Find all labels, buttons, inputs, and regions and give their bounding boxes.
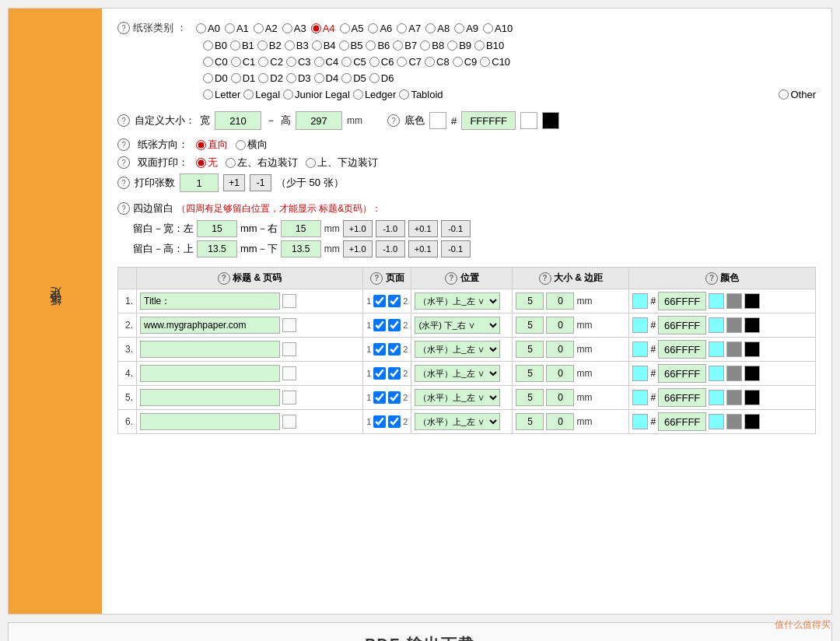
th-pos-help-icon[interactable]: ?	[445, 272, 457, 285]
paper-A4[interactable]: A4	[311, 23, 335, 34]
orientation-help-icon[interactable]: ?	[117, 138, 130, 151]
th-page-help-icon[interactable]: ?	[370, 272, 383, 285]
margin-h-plus01-btn[interactable]: +0.1	[408, 240, 438, 257]
row-size-input-2[interactable]	[516, 317, 544, 334]
page2-check-6[interactable]	[388, 415, 401, 428]
row-size-input-1[interactable]	[516, 292, 544, 310]
paper-A9[interactable]: A9	[454, 23, 478, 34]
page1-check-6[interactable]	[373, 415, 386, 428]
row-color-preview-4[interactable]	[709, 366, 724, 381]
row-title-check-1[interactable]	[282, 294, 296, 308]
paper-C7[interactable]: C7	[397, 56, 422, 68]
row-color-cyan-4[interactable]	[632, 366, 648, 381]
row-color-preview-2[interactable]	[709, 317, 724, 333]
row-color-cyan-5[interactable]	[632, 390, 648, 405]
black-color-swatch[interactable]	[542, 112, 559, 129]
print-count-help-icon[interactable]: ?	[117, 177, 130, 189]
paper-B1[interactable]: B1	[230, 40, 254, 51]
page1-check-2[interactable]	[373, 319, 386, 331]
row-color-cyan-1[interactable]	[632, 293, 648, 309]
paper-C6[interactable]: C6	[369, 56, 394, 68]
paper-C0[interactable]: C0	[203, 56, 228, 68]
row-margin-input-4[interactable]	[546, 365, 574, 382]
paper-A7[interactable]: A7	[397, 23, 421, 34]
paper-B0[interactable]: B0	[203, 40, 227, 51]
paper-A1[interactable]: A1	[225, 23, 249, 34]
th-size-help-icon[interactable]: ?	[539, 272, 551, 285]
position-select-1[interactable]: （水平）上_左 ∨ (水平) 下_右 ∨ (水平) 上_右 ∨ (水平) 下_左…	[415, 292, 500, 310]
row-color-cyan-6[interactable]	[632, 414, 648, 429]
row-color-black-4[interactable]	[744, 366, 760, 381]
row-text-input-1[interactable]	[140, 292, 280, 310]
paper-A10[interactable]: A10	[483, 23, 513, 34]
custom-size-help-icon[interactable]: ?	[117, 114, 130, 127]
row-color-gray-5[interactable]	[726, 390, 742, 405]
row-title-check-2[interactable]	[282, 318, 296, 332]
margin-w-plus01-btn[interactable]: +0.1	[408, 220, 438, 237]
row-title-check-3[interactable]	[282, 342, 296, 356]
paper-A5[interactable]: A5	[340, 23, 364, 34]
paper-B9[interactable]: B9	[447, 40, 471, 51]
bg-color-preview[interactable]	[429, 112, 446, 129]
row-margin-input-5[interactable]	[546, 389, 574, 406]
row-color-preview-1[interactable]	[709, 293, 724, 309]
custom-width-input[interactable]	[215, 111, 261, 130]
custom-height-input[interactable]	[296, 111, 342, 130]
row-margin-input-6[interactable]	[546, 413, 574, 430]
row-title-check-6[interactable]	[282, 415, 296, 429]
row-color-gray-4[interactable]	[726, 366, 742, 381]
paper-C9[interactable]: C9	[453, 56, 478, 68]
paper-Letter[interactable]: Letter	[203, 89, 240, 100]
margin-w-minus1-btn[interactable]: -1.0	[376, 220, 405, 237]
row-color-cyan-2[interactable]	[632, 317, 648, 333]
paper-C3[interactable]: C3	[286, 56, 311, 68]
paper-D3[interactable]: D3	[286, 72, 311, 84]
row-color-hex-2[interactable]	[658, 316, 706, 335]
position-select-3[interactable]: （水平）上_左 ∨ (水平) 下_右 ∨ (水平) 上_右 ∨ (水平) 下_左…	[415, 341, 500, 358]
row-margin-input-2[interactable]	[546, 317, 574, 334]
page2-check-5[interactable]	[388, 391, 401, 404]
row-color-hex-6[interactable]	[658, 412, 706, 431]
paper-Other[interactable]: Other	[779, 89, 816, 100]
row-color-black-3[interactable]	[744, 342, 760, 357]
page2-check-2[interactable]	[388, 319, 401, 331]
position-select-2[interactable]: （水平）上_左 ∨ (水平) 下_右 ∨ (水平) 上_右 ∨ (水平) 下_左…	[415, 317, 500, 334]
margin-top-input[interactable]	[197, 240, 237, 257]
paper-D4[interactable]: D4	[314, 72, 339, 84]
row-margin-input-1[interactable]	[546, 292, 574, 310]
duplex-tb[interactable]: 上、下边装订	[306, 156, 378, 170]
position-select-4[interactable]: （水平）上_左 ∨ (水平) 下_右 ∨ (水平) 上_右 ∨ (水平) 下_左…	[415, 365, 500, 382]
row-margin-input-3[interactable]	[546, 341, 574, 358]
row-color-hex-4[interactable]	[658, 364, 706, 383]
row-text-input-5[interactable]	[140, 389, 280, 406]
row-size-input-3[interactable]	[516, 341, 544, 358]
paper-Ledger[interactable]: Ledger	[353, 89, 396, 100]
row-title-check-5[interactable]	[282, 391, 296, 405]
row-text-input-4[interactable]	[140, 365, 280, 382]
paper-Tabloid[interactable]: Tabloid	[399, 89, 443, 100]
print-count-input[interactable]	[180, 173, 219, 192]
orient-landscape[interactable]: 横向	[236, 138, 268, 152]
paper-B10[interactable]: B10	[474, 40, 504, 51]
page1-check-5[interactable]	[373, 391, 386, 404]
white-color-swatch[interactable]	[520, 112, 537, 129]
duplex-lr[interactable]: 左、右边装订	[226, 156, 298, 170]
row-color-black-6[interactable]	[744, 414, 760, 429]
row-size-input-4[interactable]	[516, 365, 544, 382]
paper-D2[interactable]: D2	[258, 72, 283, 84]
row-color-preview-6[interactable]	[709, 414, 724, 429]
paper-D6[interactable]: D6	[369, 72, 394, 84]
row-color-hex-3[interactable]	[658, 340, 706, 359]
row-color-black-1[interactable]	[744, 293, 760, 309]
row-color-cyan-3[interactable]	[632, 342, 648, 357]
row-color-preview-3[interactable]	[709, 342, 724, 357]
paper-type-help-icon[interactable]: ?	[117, 22, 130, 34]
paper-JuniorLegal[interactable]: Junior Legal	[283, 89, 350, 100]
margin-h-minus01-btn[interactable]: -0.1	[441, 240, 471, 257]
row-color-preview-5[interactable]	[709, 390, 724, 405]
page1-check-4[interactable]	[373, 367, 386, 380]
paper-Legal[interactable]: Legal	[243, 89, 280, 100]
paper-A0[interactable]: A0	[196, 23, 220, 34]
row-size-input-5[interactable]	[516, 389, 544, 406]
print-count-plus-btn[interactable]: +1	[223, 174, 245, 191]
